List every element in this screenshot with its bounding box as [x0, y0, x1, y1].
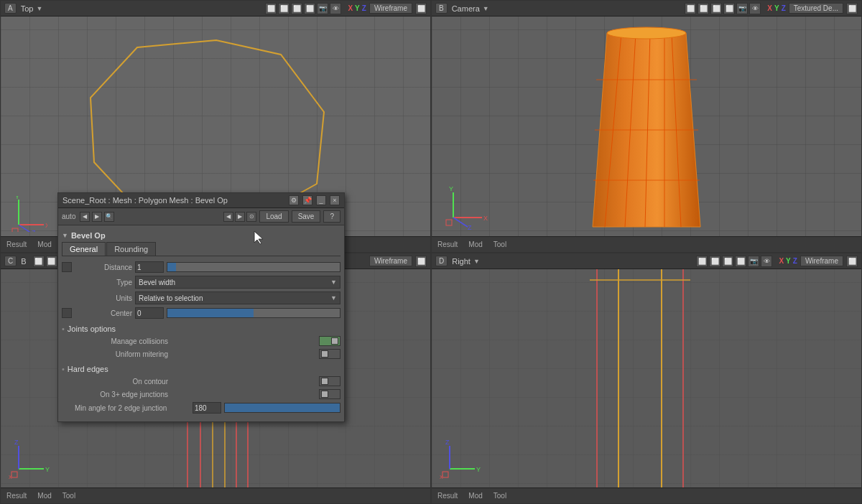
vp-top-icon3[interactable]: ⬜ — [291, 3, 302, 14]
viewport-top-chevron[interactable]: ▼ — [36, 5, 42, 12]
viewport-camera-title: Camera — [452, 4, 480, 13]
viewport-right-chevron[interactable]: ▼ — [473, 258, 480, 265]
center-slider[interactable] — [167, 308, 340, 318]
uniform-mitering-toggle[interactable] — [319, 349, 340, 359]
dialog-redo-btn[interactable]: ▶ — [235, 212, 245, 222]
on-contour-toggle[interactable] — [319, 376, 340, 386]
distance-input[interactable] — [135, 261, 164, 273]
manage-collisions-row: Manage collisions — [62, 335, 340, 347]
vp-c-expand[interactable]: ⬜ — [415, 256, 427, 267]
viewport-top-mode[interactable]: Wireframe — [369, 3, 412, 14]
dialog-save-btn[interactable]: Save — [292, 210, 321, 223]
on-contour-knob — [321, 378, 328, 385]
center-checkbox[interactable] — [62, 308, 72, 318]
dialog-section-title: Bevel Op — [71, 231, 106, 240]
vp-top-cam-icon[interactable]: 📷 — [317, 3, 328, 14]
dialog-load-btn[interactable]: Load — [259, 210, 288, 223]
units-dropdown-arrow: ▼ — [330, 294, 337, 302]
viewport-camera[interactable]: B Camera ▼ ⬜ ⬜ ⬜ ⬜ 📷 👁 X Y Z Textured De… — [431, 0, 862, 253]
vp-cam-icon4[interactable]: ⬜ — [723, 3, 735, 14]
distance-slider-fill — [167, 263, 176, 271]
viewport-camera-chevron[interactable]: ▼ — [483, 5, 489, 12]
viewport-c-mode[interactable]: Wireframe — [369, 256, 412, 266]
viewport-c-title: B — [21, 257, 26, 266]
vp-cam-cam-icon[interactable]: 📷 — [736, 3, 748, 14]
dialog-search-btn[interactable]: 🔍 — [104, 212, 114, 222]
min-angle-slider[interactable] — [224, 403, 340, 413]
uniform-mitering-knob — [321, 350, 328, 358]
vp-c-icon2[interactable]: ⬜ — [46, 256, 57, 267]
vp-d-icon3[interactable]: ⬜ — [722, 256, 733, 267]
dialog-help-btn[interactable]: ? — [323, 210, 340, 223]
center-label: Center — [75, 309, 132, 317]
viewport-c-label: C — [4, 256, 17, 266]
vp-top-icon1[interactable]: ⬜ — [265, 3, 277, 14]
bevel-op-dialog: Scene_Root : Mesh : Polygon Mesh : Bevel… — [57, 192, 345, 422]
vp-top-icon4[interactable]: ⬜ — [304, 3, 315, 14]
footer-mod-c: Mod — [37, 492, 51, 500]
footer-tool-d: Tool — [493, 492, 506, 500]
vp-d-eye-icon[interactable]: 👁 — [761, 256, 772, 267]
dialog-titlebar[interactable]: Scene_Root : Mesh : Polygon Mesh : Bevel… — [58, 193, 344, 208]
on-3plus-knob — [321, 391, 328, 398]
svg-rect-46 — [442, 472, 448, 477]
vp-cam-icon1[interactable]: ⬜ — [685, 3, 696, 14]
on-3plus-toggle[interactable] — [319, 389, 340, 399]
dialog-undo-btn[interactable]: ◀ — [223, 212, 233, 222]
type-row: Type Bevel width ▼ — [62, 274, 340, 290]
viewport-camera-mode[interactable]: Textured De... — [789, 3, 843, 14]
vp-d-expand[interactable]: ⬜ — [846, 256, 858, 267]
dialog-reset-btn[interactable]: ⊙ — [246, 212, 256, 222]
viewport-right-mode[interactable]: Wireframe — [800, 256, 843, 266]
svg-text:Z: Z — [468, 224, 472, 231]
dialog-pin-btn[interactable]: 📌 — [302, 195, 312, 205]
units-label: Units — [75, 294, 132, 302]
type-label: Type — [75, 279, 132, 286]
footer-result-c: Result — [6, 492, 27, 500]
center-input[interactable] — [135, 307, 164, 319]
type-dropdown[interactable]: Bevel width ▼ — [135, 276, 340, 289]
svg-point-14 — [607, 27, 686, 39]
viewport-top-title: Top — [21, 4, 34, 13]
vp-cam-icon3[interactable]: ⬜ — [710, 3, 722, 14]
dialog-next-btn[interactable]: ▶ — [92, 212, 102, 222]
vp-d-icon4[interactable]: ⬜ — [735, 256, 746, 267]
section-collapse-icon[interactable]: ▼ — [62, 232, 68, 239]
distance-slider[interactable] — [167, 262, 340, 272]
vp-cam-eye-icon[interactable]: 👁 — [749, 3, 761, 14]
viewport-a-label: A — [4, 3, 17, 14]
vp-top-expand[interactable]: ⬜ — [415, 3, 427, 14]
tab-general[interactable]: General — [62, 242, 106, 256]
min-angle-input[interactable] — [193, 402, 221, 414]
hard-edges-title: Hard edges — [68, 365, 108, 373]
manage-collisions-toggle[interactable] — [319, 336, 340, 346]
min-angle-label: Min angle for 2 edge junction — [75, 404, 190, 412]
on-contour-label: On contour — [75, 378, 168, 386]
camera-3d-object — [589, 22, 704, 234]
footer-mod-a: Mod — [37, 241, 51, 248]
dialog-prev-btn[interactable]: ◀ — [80, 212, 90, 222]
vp-c-icon1[interactable]: ⬜ — [33, 256, 45, 267]
tab-rounding[interactable]: Rounding — [106, 242, 156, 256]
dialog-title: Scene_Root : Mesh : Polygon Mesh : Bevel… — [62, 196, 285, 205]
units-dropdown[interactable]: Relative to selection ▼ — [135, 291, 340, 304]
vp-cam-expand[interactable]: ⬜ — [846, 3, 858, 14]
footer-tool-b: Tool — [493, 241, 506, 248]
on-contour-row: On contour — [62, 375, 340, 388]
svg-text:X: X — [483, 215, 488, 222]
vp-top-icon2[interactable]: ⬜ — [278, 3, 289, 14]
dialog-min-btn[interactable]: _ — [316, 195, 326, 205]
viewport-d-axes: Y Z X — [439, 440, 486, 483]
vp-d-icon2[interactable]: ⬜ — [709, 256, 720, 267]
vp-cam-icon2[interactable]: ⬜ — [698, 3, 709, 14]
vp-d-icon1[interactable]: ⬜ — [696, 256, 708, 267]
vp-top-eye-icon[interactable]: 👁 — [330, 3, 341, 14]
viewport-right[interactable]: D Right ▼ ⬜ ⬜ ⬜ ⬜ 📷 👁 X Y Z Wireframe ⬜ — [431, 253, 862, 504]
distance-checkbox[interactable] — [62, 262, 72, 272]
svg-rect-35 — [11, 472, 17, 477]
dialog-content: ▼ Bevel Op General Rounding Distance Typ… — [58, 225, 344, 421]
svg-text:X: X — [45, 222, 47, 229]
dialog-settings-btn[interactable]: ⚙ — [289, 195, 299, 205]
vp-d-cam-icon[interactable]: 📷 — [748, 256, 759, 267]
dialog-close-btn[interactable]: × — [330, 195, 340, 205]
